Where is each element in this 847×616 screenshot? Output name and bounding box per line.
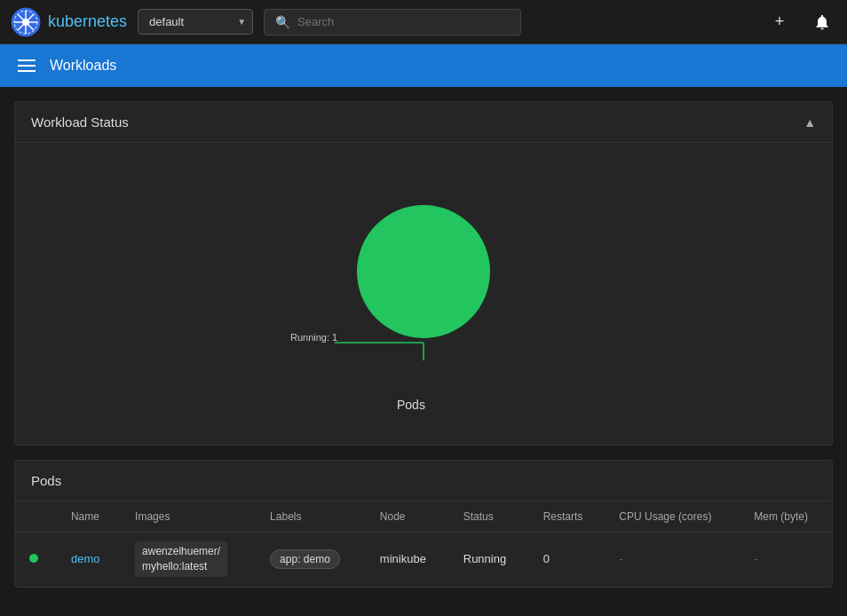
search-input[interactable] bbox=[297, 15, 510, 28]
workload-status-collapse-button[interactable]: ▲ bbox=[803, 115, 816, 130]
svg-text:Pods: Pods bbox=[397, 398, 425, 412]
kubernetes-logo-icon bbox=[11, 7, 41, 37]
pod-status-cell: Running bbox=[449, 533, 529, 587]
svg-point-11 bbox=[357, 205, 490, 338]
namespace-selector-wrapper[interactable]: default ▼ bbox=[138, 9, 253, 35]
workload-status-title: Workload Status bbox=[31, 115, 129, 130]
pods-card-header: Pods bbox=[15, 461, 832, 501]
pods-table-wrap: Name Images Labels Node Status Restarts … bbox=[15, 501, 832, 587]
col-header-name: Name bbox=[57, 501, 121, 533]
logo-text: kubernetes bbox=[48, 12, 127, 31]
topnav-right: + bbox=[765, 8, 836, 36]
pod-running-dot bbox=[29, 554, 38, 563]
col-header-node: Node bbox=[366, 501, 449, 533]
top-navigation: kubernetes default ▼ 🔍 + bbox=[0, 0, 847, 44]
col-header-mem: Mem (byte) bbox=[740, 501, 832, 533]
workload-status-chart: Running: 1 Pods bbox=[15, 143, 832, 445]
pod-labels-cell: app: demo bbox=[256, 533, 366, 587]
pods-card-title: Pods bbox=[31, 473, 61, 488]
hamburger-line-3 bbox=[18, 70, 36, 72]
hamburger-line-1 bbox=[18, 59, 36, 61]
logo-area: kubernetes bbox=[11, 7, 127, 37]
pod-image-cell: awenzelhuemer/myhello:latest bbox=[121, 533, 256, 587]
table-header-row: Name Images Labels Node Status Restarts … bbox=[15, 501, 832, 533]
svg-text:Running: 1: Running: 1 bbox=[290, 332, 337, 343]
search-area: 🔍 bbox=[264, 9, 521, 36]
table-row: demo awenzelhuemer/myhello:latest app: d… bbox=[15, 533, 832, 587]
pod-node-cell: minikube bbox=[366, 533, 449, 587]
hamburger-button[interactable] bbox=[14, 56, 39, 75]
pod-name-link[interactable]: demo bbox=[71, 552, 100, 565]
pod-name-cell: demo bbox=[57, 533, 121, 587]
col-header-restarts: Restarts bbox=[529, 501, 606, 533]
pod-restarts-cell: 0 bbox=[529, 533, 606, 587]
section-header: Workloads bbox=[0, 44, 847, 87]
hamburger-line-2 bbox=[18, 65, 36, 67]
col-header-images: Images bbox=[121, 501, 256, 533]
workload-status-card: Workload Status ▲ Running: 1 Pods bbox=[14, 101, 833, 446]
col-header-indicator bbox=[15, 501, 57, 533]
chart-svg: Running: 1 Pods bbox=[290, 174, 557, 423]
pod-label-badge: app: demo bbox=[270, 549, 340, 569]
col-header-labels: Labels bbox=[256, 501, 366, 533]
pod-cpu-cell: - bbox=[605, 533, 740, 587]
col-header-cpu: CPU Usage (cores) bbox=[605, 501, 740, 533]
pod-image-badge: awenzelhuemer/myhello:latest bbox=[135, 541, 227, 577]
namespace-dropdown[interactable]: default bbox=[138, 9, 253, 35]
pod-mem-cell: - bbox=[740, 533, 832, 587]
add-button[interactable]: + bbox=[765, 8, 794, 36]
section-title: Workloads bbox=[50, 58, 116, 74]
pod-status-indicator bbox=[15, 533, 57, 587]
search-icon: 🔍 bbox=[275, 15, 290, 29]
notifications-button[interactable] bbox=[808, 8, 836, 36]
bell-icon bbox=[813, 13, 831, 31]
col-header-status: Status bbox=[449, 501, 529, 533]
workload-status-header: Workload Status ▲ bbox=[15, 102, 832, 143]
pods-table: Name Images Labels Node Status Restarts … bbox=[15, 501, 832, 587]
pods-card: Pods Name Images Labels Node Status Rest… bbox=[14, 460, 833, 588]
